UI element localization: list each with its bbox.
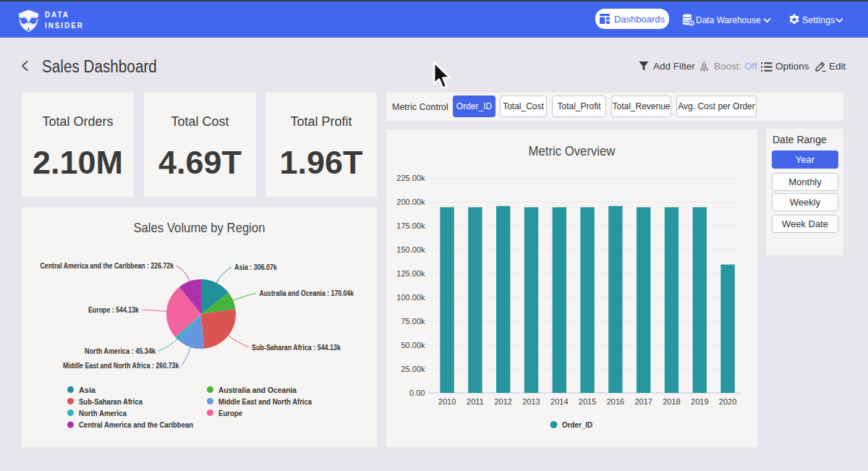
svg-text:25.00k: 25.00k <box>401 365 425 373</box>
svg-text:75.00k: 75.00k <box>401 317 425 326</box>
svg-text:Asia: Asia <box>79 386 96 394</box>
svg-text:Asia : 306.07k: Asia : 306.07k <box>234 263 278 271</box>
svg-text:Middle East and North Africa: Middle East and North Africa <box>218 397 312 406</box>
svg-text:Central America and the Caribb: Central America and the Caribbean : 226.… <box>41 261 174 270</box>
svg-text:150.00k: 150.00k <box>396 245 425 254</box>
svg-text:2012: 2012 <box>494 397 511 406</box>
svg-text:0.00: 0.00 <box>409 389 425 397</box>
svg-text:2015: 2015 <box>579 397 596 406</box>
svg-text:100.00k: 100.00k <box>396 293 425 302</box>
svg-text:Australia and Oceania: Australia and Oceania <box>218 386 297 394</box>
svg-text:2020: 2020 <box>719 397 736 406</box>
svg-text:2018: 2018 <box>663 397 680 406</box>
svg-text:Sub-Saharan Africa : 544.13k: Sub-Saharan Africa : 544.13k <box>252 343 341 352</box>
svg-text:225.00k: 225.00k <box>396 174 425 182</box>
svg-text:50.00k: 50.00k <box>401 341 425 349</box>
svg-text:North America: North America <box>79 409 127 417</box>
svg-text:175.00k: 175.00k <box>396 221 425 230</box>
svg-text:2011: 2011 <box>467 397 484 406</box>
svg-text:2016: 2016 <box>607 397 624 406</box>
svg-text:2017: 2017 <box>634 397 652 406</box>
svg-text:Sub-Saharan Africa: Sub-Saharan Africa <box>79 397 142 406</box>
svg-text:Europe : 544.13k: Europe : 544.13k <box>88 305 140 314</box>
svg-text:200.00k: 200.00k <box>396 198 425 206</box>
svg-text:2019: 2019 <box>691 397 708 406</box>
svg-text:2010: 2010 <box>438 397 456 406</box>
svg-text:2014: 2014 <box>550 397 568 406</box>
svg-text:Australia and Oceania : 170.04: Australia and Oceania : 170.04k <box>260 289 354 297</box>
svg-text:2013: 2013 <box>522 397 540 406</box>
svg-text:Order_ID: Order_ID <box>562 420 592 429</box>
svg-text:125.00k: 125.00k <box>396 269 425 278</box>
svg-text:Europe: Europe <box>218 409 242 417</box>
svg-text:North America : 45.34k: North America : 45.34k <box>85 347 156 355</box>
svg-text:Central America and the Caribb: Central America and the Caribbean <box>79 420 193 429</box>
svg-text:Middle East and North Africa :: Middle East and North Africa : 260.73k <box>63 361 179 370</box>
